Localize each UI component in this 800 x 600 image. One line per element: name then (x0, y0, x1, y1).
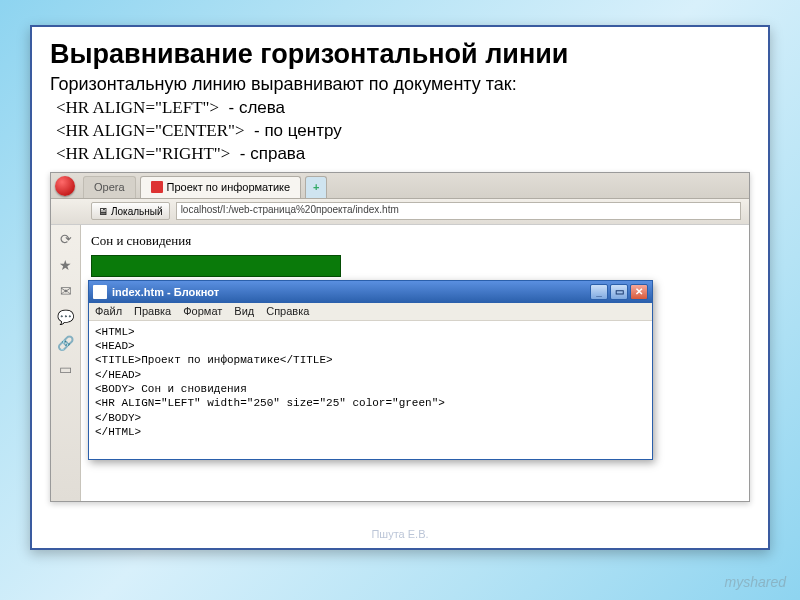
local-button[interactable]: 🖥 Локальный (91, 202, 170, 220)
browser-tabstrip: Opera Проект по информатике + (51, 173, 749, 199)
page-viewport: Сон и сновидения index.htm - Блокнот _ ▭… (81, 225, 749, 501)
notepad-icon (93, 285, 107, 299)
link-icon[interactable]: 🔗 (57, 335, 74, 351)
new-tab-button[interactable]: + (305, 176, 327, 198)
star-icon[interactable]: ★ (59, 257, 72, 273)
side-toolbar: ⟳ ★ ✉ 💬 🔗 ▭ (51, 225, 81, 501)
chat-icon[interactable]: 💬 (57, 309, 74, 325)
green-hr-demo (91, 255, 341, 277)
maximize-button[interactable]: ▭ (610, 284, 628, 300)
opera-browser-window: Opera Проект по информатике + 🖥 Локальны… (50, 172, 750, 502)
tab-label: Проект по информатике (167, 181, 291, 193)
align-tag: <HR ALIGN="CENTER"> (56, 121, 245, 140)
url-input[interactable]: localhost/I:/web-страница%20проекта/inde… (176, 202, 741, 220)
local-button-label: Локальный (111, 206, 163, 217)
align-row: <HR ALIGN="CENTER"> - по центру (56, 120, 750, 143)
browser-body: ⟳ ★ ✉ 💬 🔗 ▭ Сон и сновидения index.htm -… (51, 225, 749, 501)
menu-edit[interactable]: Правка (134, 305, 171, 317)
align-tag: <HR ALIGN="RIGHT"> (56, 144, 230, 163)
refresh-icon[interactable]: ⟳ (60, 231, 72, 247)
slide-frame: Выравнивание горизонтальной линии Горизо… (30, 25, 770, 550)
page-heading: Сон и сновидения (91, 233, 739, 249)
opera-logo-icon[interactable] (55, 176, 75, 196)
notepad-window: index.htm - Блокнот _ ▭ ✕ Файл Правка Фо… (88, 280, 653, 460)
note-icon[interactable]: ▭ (59, 361, 72, 377)
align-desc: - по центру (254, 121, 342, 140)
menu-file[interactable]: Файл (95, 305, 122, 317)
close-button[interactable]: ✕ (630, 284, 648, 300)
tab-active[interactable]: Проект по информатике (140, 176, 302, 198)
menu-help[interactable]: Справка (266, 305, 309, 317)
slide-title: Выравнивание горизонтальной линии (50, 39, 750, 70)
notepad-menubar: Файл Правка Формат Вид Справка (89, 303, 652, 321)
tab-opera[interactable]: Opera (83, 176, 136, 198)
menu-format[interactable]: Формат (183, 305, 222, 317)
mail-icon[interactable]: ✉ (60, 283, 72, 299)
notepad-titlebar[interactable]: index.htm - Блокнот _ ▭ ✕ (89, 281, 652, 303)
align-row: <HR ALIGN="RIGHT"> - справа (56, 143, 750, 166)
document-icon (151, 181, 163, 193)
minimize-button[interactable]: _ (590, 284, 608, 300)
footer-credit: Пшута Е.В. (32, 528, 768, 540)
align-tag: <HR ALIGN="LEFT"> (56, 98, 219, 117)
slide-intro: Горизонтальную линию выравнивают по доку… (50, 74, 750, 95)
address-bar: 🖥 Локальный localhost/I:/web-страница%20… (51, 199, 749, 225)
align-desc: - слева (229, 98, 286, 117)
monitor-icon: 🖥 (98, 206, 108, 217)
notepad-textarea[interactable]: <HTML> <HEAD> <TITLE>Проект по информати… (89, 321, 652, 443)
watermark: myshared (725, 574, 786, 590)
align-desc: - справа (240, 144, 305, 163)
align-row: <HR ALIGN="LEFT"> - слева (56, 97, 750, 120)
notepad-title: index.htm - Блокнот (112, 286, 219, 298)
align-list: <HR ALIGN="LEFT"> - слева <HR ALIGN="CEN… (56, 97, 750, 166)
menu-view[interactable]: Вид (234, 305, 254, 317)
